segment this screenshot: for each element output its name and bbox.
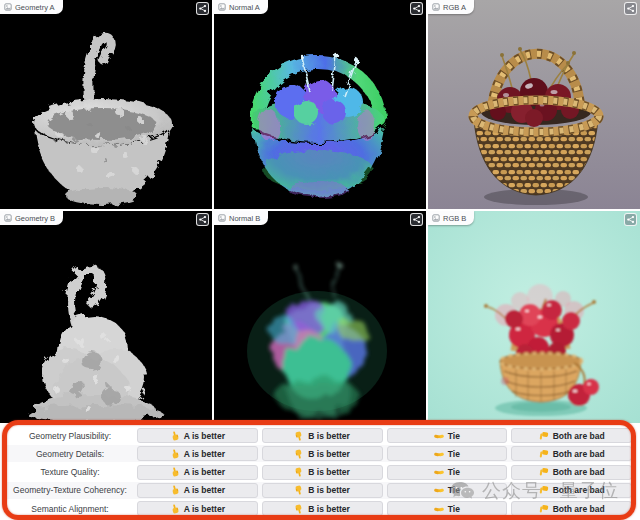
- rating-a-better-button[interactable]: A is better: [137, 446, 258, 461]
- viewport-rgb-a[interactable]: [428, 0, 640, 209]
- handshake-icon: [434, 504, 444, 514]
- viewport-rgb-b[interactable]: [428, 211, 640, 423]
- option-label: B is better: [308, 504, 350, 514]
- option-label: A is better: [184, 467, 225, 477]
- rating-b-better-button[interactable]: B is better: [262, 428, 383, 443]
- share-button[interactable]: [410, 213, 423, 226]
- share-button[interactable]: [410, 2, 423, 15]
- panel-label-badge: Geometry A: [0, 0, 63, 14]
- option-label: A is better: [184, 431, 225, 441]
- option-label: B is better: [308, 431, 350, 441]
- share-nodes-icon: [412, 4, 421, 13]
- panel-rgb-b: RGB B: [428, 211, 640, 423]
- rating-both-bad-button[interactable]: Both are bad: [511, 446, 632, 461]
- rating-both-bad-button[interactable]: Both are bad: [511, 465, 632, 480]
- hand-pointing-up-icon: [170, 485, 180, 495]
- thumbs-down-icon: [539, 467, 549, 477]
- option-label: Both are bad: [553, 467, 605, 477]
- rating-row-geometry-details: Geometry Details: A is better B is bette…: [5, 445, 634, 462]
- rating-a-better-button[interactable]: A is better: [137, 483, 258, 498]
- thumbs-down-icon: [539, 485, 549, 495]
- handshake-icon: [434, 449, 444, 459]
- share-button[interactable]: [196, 213, 209, 226]
- rating-label: Texture Quality:: [5, 464, 135, 481]
- rating-tie-button[interactable]: Tie: [387, 428, 508, 443]
- panel-label: Normal B: [229, 214, 260, 223]
- thumbs-down-icon: [539, 431, 549, 441]
- option-label: B is better: [308, 467, 350, 477]
- rating-a-better-button[interactable]: A is better: [137, 501, 258, 516]
- hand-pointing-down-icon: [294, 485, 304, 495]
- rating-label: Geometry Plausibility:: [5, 427, 135, 444]
- hand-pointing-up-icon: [170, 504, 180, 514]
- viewport-normal-a[interactable]: [214, 0, 426, 209]
- rating-b-better-button[interactable]: B is better: [262, 501, 383, 516]
- frame-icon: [432, 214, 440, 222]
- frame-icon: [4, 214, 12, 222]
- viewport-normal-b[interactable]: [214, 211, 426, 423]
- rating-both-bad-button[interactable]: Both are bad: [511, 483, 632, 498]
- option-label: Tie: [448, 431, 460, 441]
- hand-pointing-down-icon: [294, 431, 304, 441]
- handshake-icon: [434, 467, 444, 477]
- panel-label-badge: Normal B: [214, 211, 268, 225]
- share-button[interactable]: [624, 213, 637, 226]
- panel-label: RGB A: [443, 3, 466, 12]
- handshake-icon: [434, 431, 444, 441]
- frame-icon: [218, 3, 226, 11]
- panel-geometry-a: Geometry A: [0, 0, 212, 209]
- viewport-geometry-a[interactable]: [0, 0, 212, 209]
- rating-tie-button[interactable]: Tie: [387, 465, 508, 480]
- panel-label-badge: Normal A: [214, 0, 268, 14]
- panel-label: Normal A: [229, 3, 260, 12]
- rating-label: Semantic Alignment:: [5, 500, 135, 517]
- rating-row-semantic-alignment: Semantic Alignment: A is better B is bet…: [5, 500, 634, 517]
- share-nodes-icon: [198, 4, 207, 13]
- rating-tie-button[interactable]: Tie: [387, 446, 508, 461]
- share-button[interactable]: [196, 2, 209, 15]
- share-nodes-icon: [626, 215, 635, 224]
- hand-pointing-down-icon: [294, 449, 304, 459]
- option-label: B is better: [308, 485, 350, 495]
- handshake-icon: [434, 485, 444, 495]
- rating-a-better-button[interactable]: A is better: [137, 428, 258, 443]
- frame-icon: [432, 3, 440, 11]
- option-label: A is better: [184, 485, 225, 495]
- option-label: A is better: [184, 449, 225, 459]
- hand-pointing-down-icon: [294, 504, 304, 514]
- panel-normal-a: Normal A: [214, 0, 426, 209]
- panel-normal-b: Normal B: [214, 211, 426, 423]
- viewport-geometry-b[interactable]: [0, 211, 212, 423]
- hand-pointing-up-icon: [170, 431, 180, 441]
- hand-pointing-down-icon: [294, 467, 304, 477]
- option-label: Both are bad: [553, 485, 605, 495]
- rating-tie-button[interactable]: Tie: [387, 501, 508, 516]
- rating-b-better-button[interactable]: B is better: [262, 465, 383, 480]
- rating-table: Geometry Plausibility: A is better B is …: [0, 423, 640, 520]
- rating-label: Geometry-Texture Coherency:: [5, 482, 135, 499]
- option-label: A is better: [184, 504, 225, 514]
- rating-a-better-button[interactable]: A is better: [137, 465, 258, 480]
- share-nodes-icon: [626, 4, 635, 13]
- rating-row-texture-quality: Texture Quality: A is better B is better…: [5, 464, 634, 481]
- option-label: Tie: [448, 467, 460, 477]
- thumbs-down-icon: [539, 504, 549, 514]
- frame-icon: [218, 214, 226, 222]
- option-label: Both are bad: [553, 449, 605, 459]
- hand-pointing-up-icon: [170, 449, 180, 459]
- panel-label-badge: Geometry B: [0, 211, 63, 225]
- comparison-app: Geometry A: [0, 0, 640, 520]
- rating-both-bad-button[interactable]: Both are bad: [511, 428, 632, 443]
- share-button[interactable]: [624, 2, 637, 15]
- panel-label: Geometry A: [15, 3, 55, 12]
- rating-both-bad-button[interactable]: Both are bad: [511, 501, 632, 516]
- frame-icon: [4, 3, 12, 11]
- panel-label-badge: RGB A: [428, 0, 474, 14]
- option-label: Both are bad: [553, 504, 605, 514]
- hand-pointing-up-icon: [170, 467, 180, 477]
- rating-b-better-button[interactable]: B is better: [262, 483, 383, 498]
- option-label: Tie: [448, 485, 460, 495]
- rating-b-better-button[interactable]: B is better: [262, 446, 383, 461]
- rating-tie-button[interactable]: Tie: [387, 483, 508, 498]
- thumbs-down-icon: [539, 449, 549, 459]
